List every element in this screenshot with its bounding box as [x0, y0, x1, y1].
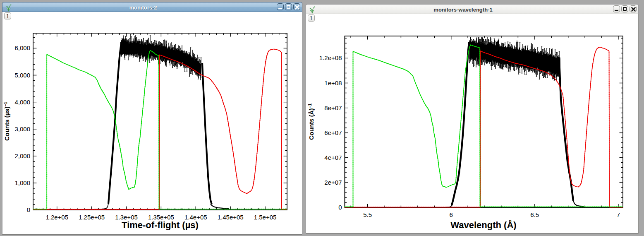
svg-text:4e+07: 4e+07 [324, 154, 342, 161]
svg-text:Counts (µs)−1: Counts (µs)−1 [3, 101, 10, 141]
svg-text:2,000: 2,000 [14, 152, 30, 159]
svg-text:1.25e+05: 1.25e+05 [79, 214, 105, 221]
svg-text:1,000: 1,000 [14, 179, 30, 186]
svg-text:4,000: 4,000 [14, 99, 30, 106]
svg-text:Counts (Å)−1: Counts (Å)−1 [308, 104, 315, 140]
svg-text:2e+07: 2e+07 [324, 179, 342, 186]
svg-text:1e+08: 1e+08 [324, 79, 342, 87]
svg-text:1.45e+05: 1.45e+05 [218, 214, 244, 221]
svg-text:6.5: 6.5 [530, 211, 539, 218]
svg-text:7: 7 [617, 211, 620, 218]
svg-text:1.2e+08: 1.2e+08 [319, 54, 342, 61]
svg-text:3,000: 3,000 [14, 125, 30, 132]
svg-text:1.5e+05: 1.5e+05 [254, 214, 277, 221]
svg-text:0: 0 [338, 204, 342, 211]
svg-text:Time-of-flight (µs): Time-of-flight (µs) [122, 220, 199, 230]
svg-text:Wavelength (Å): Wavelength (Å) [450, 219, 516, 230]
svg-text:1.2e+05: 1.2e+05 [45, 214, 68, 221]
svg-text:6,000: 6,000 [14, 44, 30, 51]
svg-text:5,000: 5,000 [14, 72, 30, 79]
svg-text:8e+07: 8e+07 [324, 104, 342, 111]
svg-text:0: 0 [27, 206, 30, 213]
svg-text:5.5: 5.5 [363, 211, 372, 218]
svg-text:6: 6 [450, 211, 453, 218]
svg-text:6e+07: 6e+07 [324, 129, 342, 136]
